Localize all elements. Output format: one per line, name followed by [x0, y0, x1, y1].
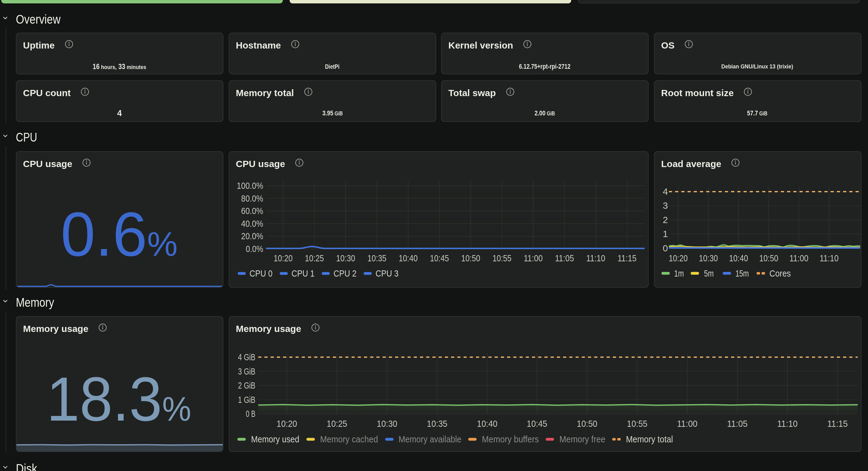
svg-text:Memory cached: Memory cached [320, 434, 378, 444]
svg-text:10:45: 10:45 [430, 253, 449, 263]
svg-text:10:30: 10:30 [336, 253, 355, 263]
svg-text:10:25: 10:25 [305, 253, 324, 263]
svg-text:10:20: 10:20 [669, 253, 688, 263]
svg-text:100.0%: 100.0% [237, 181, 263, 191]
svg-text:10:50: 10:50 [760, 253, 778, 263]
svg-text:10:40: 10:40 [477, 418, 497, 429]
svg-text:11:05: 11:05 [555, 253, 574, 263]
svg-text:10:55: 10:55 [627, 418, 647, 429]
svg-text:Memory used: Memory used [251, 434, 299, 444]
svg-text:10:50: 10:50 [461, 253, 480, 263]
svg-text:10:50: 10:50 [577, 418, 597, 429]
svg-text:11:00: 11:00 [524, 253, 543, 263]
svg-text:20.0%: 20.0% [241, 231, 263, 241]
svg-text:15m: 15m [736, 268, 749, 278]
svg-text:10:25: 10:25 [327, 418, 347, 429]
svg-text:11:15: 11:15 [827, 418, 848, 429]
svg-text:Memory available: Memory available [399, 434, 461, 444]
svg-text:1 GiB: 1 GiB [238, 395, 255, 405]
svg-text:0 B: 0 B [246, 408, 255, 419]
svg-text:0.0%: 0.0% [246, 244, 263, 254]
svg-text:CPU 0: CPU 0 [249, 268, 273, 278]
svg-text:4 GiB: 4 GiB [238, 352, 255, 362]
svg-text:10:35: 10:35 [367, 253, 386, 263]
svg-text:0: 0 [663, 243, 668, 253]
svg-text:10:20: 10:20 [277, 418, 297, 429]
svg-text:4: 4 [663, 186, 668, 197]
svg-text:11:10: 11:10 [820, 253, 839, 263]
svg-text:1: 1 [663, 229, 668, 239]
svg-text:11:10: 11:10 [586, 253, 606, 263]
svg-text:Memory total: Memory total [626, 434, 673, 444]
svg-text:60.0%: 60.0% [241, 206, 263, 216]
svg-text:3 GiB: 3 GiB [238, 366, 255, 376]
svg-text:Cores: Cores [769, 268, 791, 278]
svg-text:11:00: 11:00 [789, 253, 809, 263]
svg-text:CPU 3: CPU 3 [375, 268, 399, 278]
svg-text:40.0%: 40.0% [241, 218, 263, 229]
svg-text:11:10: 11:10 [777, 418, 798, 429]
svg-text:2 GiB: 2 GiB [238, 380, 255, 390]
svg-text:11:15: 11:15 [618, 253, 637, 263]
svg-text:10:30: 10:30 [377, 418, 397, 429]
svg-text:10:20: 10:20 [274, 253, 293, 263]
svg-text:10:40: 10:40 [729, 253, 748, 263]
svg-text:Memory buffers: Memory buffers [482, 434, 539, 444]
svg-text:11:00: 11:00 [677, 418, 698, 429]
svg-text:10:30: 10:30 [699, 253, 718, 263]
svg-text:10:35: 10:35 [427, 418, 447, 429]
svg-text:80.0%: 80.0% [241, 193, 263, 203]
svg-text:3: 3 [663, 200, 668, 211]
svg-text:CPU 2: CPU 2 [334, 268, 356, 278]
svg-text:10:55: 10:55 [493, 253, 512, 263]
svg-text:10:40: 10:40 [399, 253, 418, 263]
svg-text:CPU 1: CPU 1 [291, 268, 314, 278]
svg-text:10:45: 10:45 [527, 418, 547, 429]
svg-text:2: 2 [663, 215, 668, 225]
svg-text:1m: 1m [674, 268, 684, 278]
svg-text:11:05: 11:05 [727, 418, 748, 429]
svg-text:Memory free: Memory free [559, 434, 606, 444]
svg-text:5m: 5m [704, 268, 714, 278]
